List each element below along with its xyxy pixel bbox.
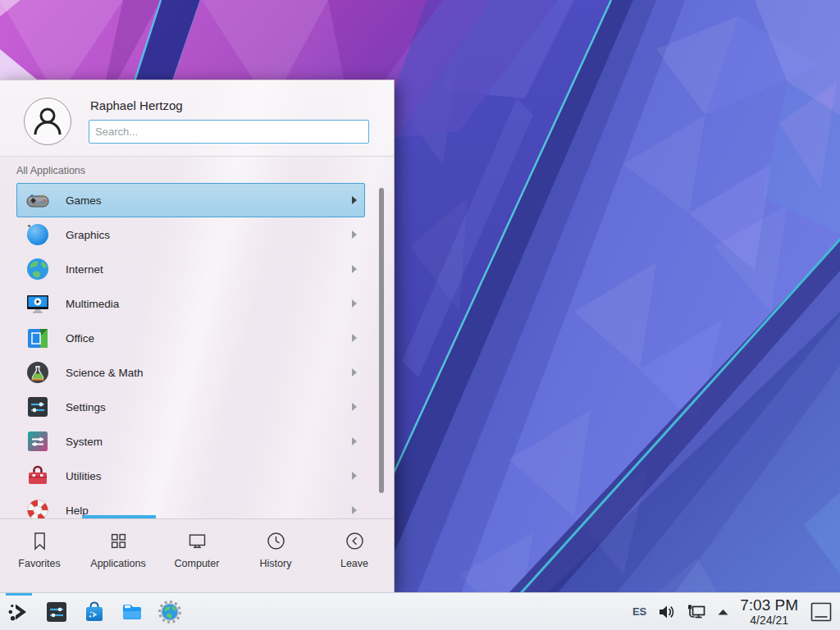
app-launcher-icon bbox=[7, 600, 31, 624]
category-graphics[interactable]: Graphics bbox=[16, 217, 365, 252]
digital-clock[interactable]: 7:03 PM 4/24/21 bbox=[740, 597, 798, 626]
user-avatar[interactable] bbox=[24, 98, 71, 145]
science-icon bbox=[25, 359, 51, 386]
list-scrollbar[interactable] bbox=[379, 188, 384, 493]
submenu-arrow-icon bbox=[352, 334, 357, 342]
settings-icon bbox=[25, 394, 51, 420]
leave-icon bbox=[344, 530, 366, 552]
web-browser-button[interactable] bbox=[158, 600, 182, 624]
network-button[interactable] bbox=[686, 603, 706, 621]
expand-tray-button[interactable] bbox=[717, 608, 729, 616]
file-manager-icon bbox=[120, 600, 144, 624]
web-browser-icon bbox=[158, 600, 182, 624]
office-icon bbox=[25, 325, 51, 351]
submenu-arrow-icon bbox=[352, 368, 357, 377]
network-icon bbox=[686, 603, 706, 621]
launcher-header: Raphael Hertzog bbox=[0, 80, 394, 157]
category-label: Settings bbox=[66, 401, 106, 413]
volume-icon bbox=[657, 603, 675, 621]
section-label: All Applications bbox=[16, 165, 85, 176]
system-icon bbox=[25, 428, 51, 454]
tab-label: Favorites bbox=[18, 558, 60, 569]
category-internet[interactable]: Internet bbox=[16, 252, 365, 286]
category-utilities[interactable]: Utilities bbox=[16, 459, 365, 493]
submenu-arrow-icon bbox=[352, 265, 357, 273]
category-multimedia[interactable]: Multimedia bbox=[16, 286, 365, 321]
graphics-icon bbox=[25, 221, 51, 248]
category-label: Internet bbox=[66, 263, 103, 276]
system-tray: ES 7:03 PM 4/24/21 bbox=[632, 597, 840, 626]
utilities-icon bbox=[25, 463, 51, 489]
category-office[interactable]: Office bbox=[16, 321, 365, 355]
tab-leave[interactable]: Leave bbox=[315, 519, 394, 593]
tab-label: Leave bbox=[340, 558, 368, 569]
show-desktop-button[interactable] bbox=[809, 600, 833, 623]
category-system[interactable]: System bbox=[16, 424, 365, 459]
tab-computer[interactable]: Computer bbox=[158, 519, 236, 593]
user-icon bbox=[25, 98, 71, 144]
show-desktop-icon bbox=[810, 601, 833, 623]
system-settings-button[interactable] bbox=[44, 600, 69, 624]
category-label: Graphics bbox=[66, 229, 110, 241]
tab-applications[interactable]: Applications bbox=[79, 519, 158, 593]
app-launcher-button[interactable] bbox=[7, 600, 31, 624]
category-label: Multimedia bbox=[66, 298, 119, 310]
submenu-arrow-icon bbox=[352, 196, 357, 204]
category-games[interactable]: Games bbox=[16, 183, 365, 217]
user-name: Raphael Hertzog bbox=[90, 98, 183, 112]
expand-tray-icon bbox=[717, 608, 729, 616]
category-label: Utilities bbox=[66, 470, 102, 482]
computer-icon bbox=[186, 530, 208, 552]
games-icon bbox=[25, 187, 51, 213]
submenu-arrow-icon bbox=[352, 437, 357, 445]
clock-date: 4/24/21 bbox=[750, 614, 788, 626]
tab-history[interactable]: History bbox=[236, 519, 315, 593]
category-settings[interactable]: Settings bbox=[16, 390, 365, 424]
submenu-arrow-icon bbox=[352, 299, 357, 308]
application-launcher-menu: Raphael Hertzog All Applications Games bbox=[0, 80, 395, 592]
category-list: Games Graphics Internet bbox=[16, 183, 365, 527]
launcher-tabbar: Favorites Applications Computer History bbox=[0, 518, 394, 593]
tab-label: Applications bbox=[90, 558, 145, 569]
taskbar-panel: ES 7:03 PM 4/24/21 bbox=[0, 592, 840, 630]
favorites-icon bbox=[29, 530, 51, 552]
taskbar-launchers bbox=[0, 600, 182, 624]
history-icon bbox=[265, 530, 287, 552]
category-science-math[interactable]: Science & Math bbox=[16, 355, 365, 390]
tab-favorites[interactable]: Favorites bbox=[0, 519, 79, 593]
tab-label: History bbox=[260, 558, 292, 569]
system-settings-icon bbox=[44, 600, 69, 624]
discover-button[interactable] bbox=[82, 600, 107, 624]
submenu-arrow-icon bbox=[352, 403, 357, 411]
submenu-arrow-icon bbox=[352, 506, 357, 514]
applications-icon bbox=[107, 530, 130, 552]
volume-button[interactable] bbox=[657, 603, 675, 621]
kde-desktop: { "launcher": { "user_name": "Raphael He… bbox=[0, 0, 840, 630]
keyboard-layout-indicator[interactable]: ES bbox=[632, 605, 646, 618]
category-label: Office bbox=[66, 332, 94, 345]
multimedia-icon bbox=[25, 290, 51, 317]
submenu-arrow-icon bbox=[352, 472, 357, 480]
discover-icon bbox=[82, 600, 107, 624]
tab-label: Computer bbox=[175, 558, 220, 569]
category-label: System bbox=[66, 436, 103, 448]
category-label: Games bbox=[66, 194, 102, 207]
category-label: Science & Math bbox=[66, 367, 144, 379]
internet-icon bbox=[25, 256, 51, 282]
file-manager-button[interactable] bbox=[120, 600, 144, 624]
submenu-arrow-icon bbox=[352, 231, 357, 239]
search-input[interactable] bbox=[89, 120, 369, 144]
launcher-active-indicator bbox=[6, 593, 32, 596]
clock-time: 7:03 PM bbox=[740, 597, 798, 613]
